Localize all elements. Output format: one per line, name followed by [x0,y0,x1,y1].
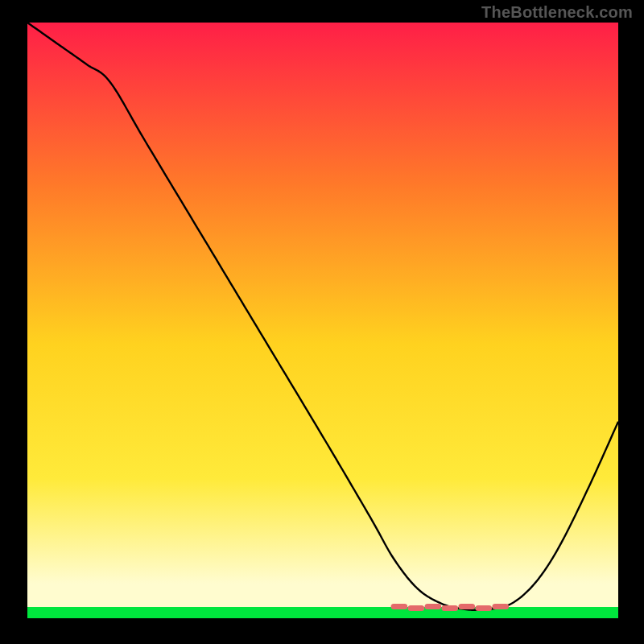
optimal-range-marker [394,607,506,609]
chart-container: TheBottleneck.com [0,0,644,644]
gradient-background [27,23,618,607]
chart-svg [27,23,618,618]
watermark-text: TheBottleneck.com [481,3,633,22]
plot-area [27,23,618,618]
green-band [27,607,618,618]
